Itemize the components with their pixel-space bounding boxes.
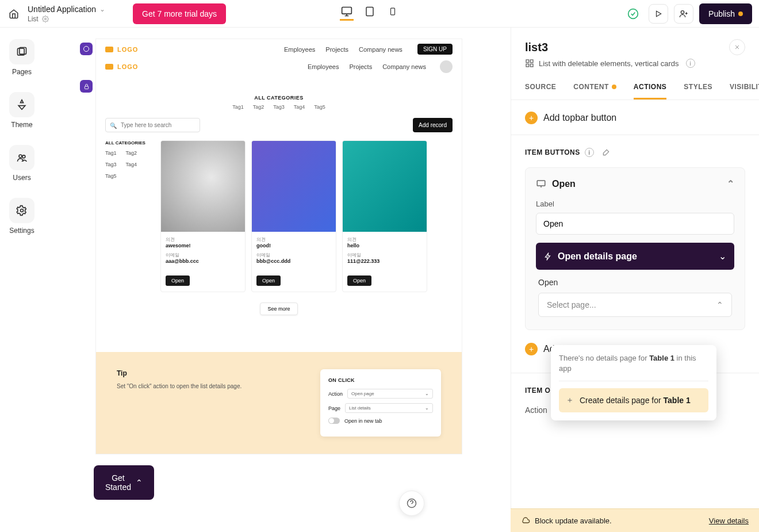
action-subpanel[interactable]: Open details page ⌄ xyxy=(536,243,734,270)
nav-projects[interactable]: Projects xyxy=(325,46,348,53)
users-icon xyxy=(9,145,34,170)
preview-button[interactable] xyxy=(649,4,668,24)
tab-visibility[interactable]: VISIBILITY xyxy=(730,83,759,99)
svg-rect-1 xyxy=(342,7,352,14)
close-button[interactable] xyxy=(729,39,745,55)
list-card[interactable]: 의견 good! 이메일 bbb@ccc.ddd Open xyxy=(251,140,336,292)
nav-projects[interactable]: Projects xyxy=(349,63,372,70)
tip-page-select: List details⌄ xyxy=(345,403,433,413)
list-card[interactable]: 의견 hello 이메일 111@222.333 Open xyxy=(342,140,427,292)
tip-card-title: ON CLICK xyxy=(328,377,433,383)
logo-icon xyxy=(105,64,113,70)
side-categories-heading: ALL CATEGORIES xyxy=(105,140,151,146)
tag[interactable]: Tag5 xyxy=(314,104,325,110)
card-open-button[interactable]: Open xyxy=(256,275,281,286)
tip-action-select: Open page⌄ xyxy=(347,389,433,399)
tip-panel: Tip Set "On click" action to open the li… xyxy=(96,352,462,454)
chevron-up-icon: ⌃ xyxy=(727,178,734,189)
add-record-button[interactable]: Add record xyxy=(413,118,453,132)
tag[interactable]: Tag3 xyxy=(273,104,285,110)
help-icon xyxy=(407,498,417,508)
publish-button[interactable]: Publish xyxy=(699,3,752,24)
card-field-value: bbb@ccc.ddd xyxy=(256,258,331,264)
see-more-button[interactable]: See more xyxy=(260,303,297,315)
nav-settings[interactable]: Settings xyxy=(9,198,34,235)
card-image xyxy=(161,141,245,232)
card-open-button[interactable]: Open xyxy=(347,275,371,286)
side-tag[interactable]: Tag4 xyxy=(126,162,137,167)
device-tablet[interactable] xyxy=(363,7,377,21)
item-button-card: Open ⌃ Label Open details page ⌄ Open Se… xyxy=(525,167,745,330)
user-plus-icon xyxy=(679,9,688,18)
nav-company-news[interactable]: Company news xyxy=(382,63,426,70)
card-open-button[interactable]: Open xyxy=(166,275,190,286)
view-details-link[interactable]: View details xyxy=(709,516,749,525)
card-field-value: aaa@bbb.ccc xyxy=(166,258,240,264)
info-icon[interactable]: i xyxy=(686,59,695,68)
card-toggle[interactable]: Open ⌃ xyxy=(536,178,734,189)
tip-text: Set "On click" action to open the list d… xyxy=(117,383,297,389)
tag[interactable]: Tag2 xyxy=(253,104,264,110)
get-started-button[interactable]: Get Started ⌃ xyxy=(94,465,154,500)
side-tag[interactable]: Tag3 xyxy=(105,162,117,167)
side-tag[interactable]: Tag5 xyxy=(105,173,117,179)
subpanel-title: Open details page xyxy=(558,251,637,262)
tag[interactable]: Tag1 xyxy=(232,104,244,110)
help-button[interactable] xyxy=(399,491,424,516)
side-tag[interactable]: Tag2 xyxy=(126,150,137,156)
tab-styles[interactable]: STYLES xyxy=(684,83,712,99)
chevron-down-icon: ⌄ xyxy=(719,251,726,262)
create-details-page-button[interactable]: ＋ Create details page for Table 1 xyxy=(559,388,708,412)
tab-content[interactable]: CONTENT xyxy=(573,83,616,99)
card-field-value: hello xyxy=(347,243,422,248)
nav-employees[interactable]: Employees xyxy=(308,63,339,70)
get-started-label: Get Started xyxy=(105,473,131,492)
app-title[interactable]: Untitled Application xyxy=(28,5,96,14)
card-title: Open xyxy=(552,179,576,189)
signup-button[interactable]: SIGN UP xyxy=(417,44,453,55)
update-bar: Block update available. View details xyxy=(511,508,759,532)
info-icon[interactable]: i xyxy=(585,148,594,157)
block-lock-handle-icon[interactable] xyxy=(80,80,93,93)
page-name[interactable]: List xyxy=(28,15,39,23)
device-desktop[interactable] xyxy=(340,7,354,21)
nav-company-news[interactable]: Company news xyxy=(359,46,402,53)
nav-theme[interactable]: Theme xyxy=(9,92,34,129)
avatar[interactable] xyxy=(440,60,453,73)
tab-source[interactable]: SOURCE xyxy=(525,83,556,99)
svg-point-9 xyxy=(19,155,22,158)
brush-icon[interactable] xyxy=(602,148,610,156)
list-card[interactable]: 의견 awesome! 이메일 aaa@bbb.ccc Open xyxy=(160,140,246,292)
label-input[interactable] xyxy=(536,213,734,235)
nav-employees[interactable]: Employees xyxy=(284,46,315,53)
nav-users[interactable]: Users xyxy=(9,145,34,182)
preview-canvas[interactable]: LOGO Employees Projects Company news SIG… xyxy=(96,39,462,454)
panel-title: list3 xyxy=(525,41,548,54)
device-mobile[interactable] xyxy=(386,7,400,21)
gear-icon[interactable] xyxy=(42,16,49,22)
svg-point-12 xyxy=(84,47,89,52)
svg-point-4 xyxy=(628,9,638,18)
svg-point-10 xyxy=(22,155,25,158)
logo-text: LOGO xyxy=(117,46,138,53)
tab-actions[interactable]: ACTIONS xyxy=(634,83,667,99)
tag[interactable]: Tag4 xyxy=(294,104,305,110)
trial-button[interactable]: Get 7 more trial days xyxy=(133,3,226,24)
invite-button[interactable] xyxy=(674,4,693,24)
status-ok-button[interactable] xyxy=(623,4,643,24)
search-icon: 🔍 xyxy=(110,122,117,128)
home-button[interactable] xyxy=(7,7,21,21)
pages-icon xyxy=(9,39,34,64)
nav-pages[interactable]: Pages xyxy=(9,39,34,76)
block-handle-icon[interactable] xyxy=(80,43,93,55)
select-page-dropdown[interactable]: Select page... ⌃ xyxy=(538,293,732,317)
grid-icon xyxy=(525,59,534,68)
search-input[interactable] xyxy=(105,118,200,132)
side-tag[interactable]: Tag1 xyxy=(105,150,117,156)
settings-icon xyxy=(9,198,34,223)
lightning-icon xyxy=(544,252,552,261)
chevron-down-icon[interactable]: ⌄ xyxy=(99,5,105,13)
add-topbar-button[interactable]: + Add topbar button xyxy=(525,108,745,135)
svg-rect-18 xyxy=(537,181,545,186)
open-label: Open xyxy=(538,278,732,287)
